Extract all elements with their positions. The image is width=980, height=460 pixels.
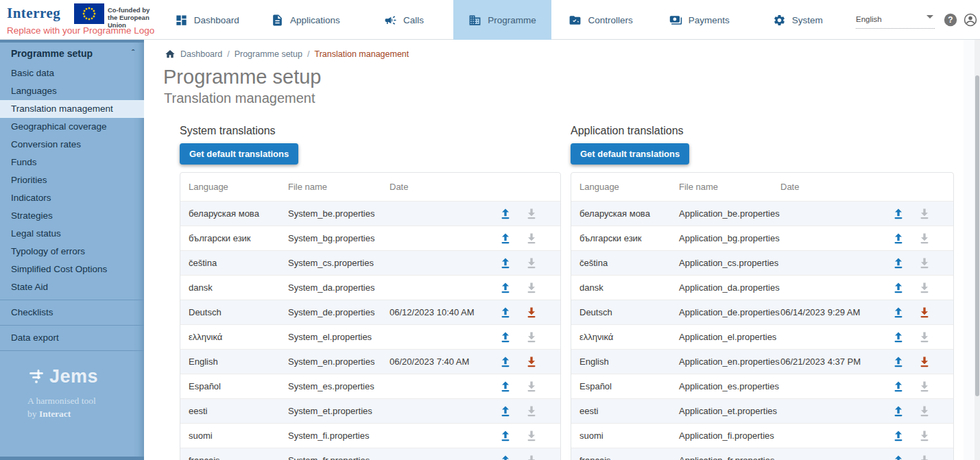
- page-subtitle: Translation management: [164, 90, 980, 106]
- download-button[interactable]: [916, 206, 933, 222]
- upload-button[interactable]: [890, 304, 907, 321]
- nav-label: Programme: [488, 15, 536, 25]
- language-select[interactable]: English: [856, 12, 935, 29]
- upload-button[interactable]: [890, 255, 907, 271]
- upload-button[interactable]: [890, 230, 907, 247]
- sidebar-item-legal-status[interactable]: Legal status: [0, 225, 144, 243]
- upload-button[interactable]: [890, 378, 907, 395]
- nav-tab-dashboard[interactable]: Dashboard: [158, 0, 256, 40]
- download-button[interactable]: [523, 304, 540, 321]
- upload-icon: [892, 232, 905, 245]
- upload-icon: [499, 207, 512, 221]
- language-cell: English: [189, 356, 288, 367]
- download-button[interactable]: [916, 280, 933, 296]
- sidebar-section-programme-setup[interactable]: Programme setup ˆ: [0, 40, 144, 64]
- vertical-scrollbar[interactable]: [975, 40, 980, 460]
- download-button[interactable]: [523, 255, 540, 271]
- upload-button[interactable]: [497, 206, 514, 222]
- sidebar-item-basic-data[interactable]: Basic data: [0, 64, 144, 82]
- upload-button[interactable]: [890, 354, 907, 370]
- download-button[interactable]: [916, 354, 933, 370]
- download-button[interactable]: [523, 354, 540, 370]
- download-button[interactable]: [523, 428, 540, 444]
- get-default-translations-button[interactable]: Get default translations: [571, 143, 689, 165]
- sidebar-item-checklists[interactable]: Checklists: [0, 304, 144, 322]
- breadcrumb-dashboard[interactable]: Dashboard: [180, 49, 222, 59]
- sidebar-item-data-export[interactable]: Data export: [0, 329, 144, 347]
- upload-button[interactable]: [497, 255, 514, 271]
- download-button[interactable]: [916, 378, 933, 395]
- upload-button[interactable]: [497, 403, 514, 420]
- download-button[interactable]: [523, 206, 540, 222]
- dashboard-icon: [175, 14, 188, 27]
- language-cell: eesti: [579, 406, 679, 416]
- get-default-translations-button[interactable]: Get default translations: [180, 143, 298, 165]
- upload-button[interactable]: [497, 329, 514, 346]
- sidebar-item-languages[interactable]: Languages: [0, 82, 144, 100]
- sidebar-item-indicators[interactable]: Indicators: [0, 189, 144, 207]
- file-name-cell: System_en.properties: [288, 356, 390, 367]
- upload-button[interactable]: [890, 280, 907, 296]
- sidebar-item-simplified-cost-options[interactable]: Simplified Cost Options: [0, 261, 144, 278]
- scrollbar-thumb[interactable]: [975, 75, 979, 396]
- upload-button[interactable]: [497, 354, 514, 370]
- table-row: dansk System_da.properties: [180, 275, 560, 300]
- sidebar-item-strategies[interactable]: Strategies: [0, 207, 144, 225]
- sidebar-item-typology-of-errors[interactable]: Typology of errors: [0, 243, 144, 261]
- sidebar-item-priorities[interactable]: Priorities: [0, 171, 144, 189]
- sidebar-item-funds[interactable]: Funds: [0, 154, 144, 171]
- calls-icon: [384, 14, 397, 27]
- download-button[interactable]: [916, 230, 933, 247]
- download-button[interactable]: [523, 403, 540, 420]
- download-button[interactable]: [523, 230, 540, 247]
- page-title: Programme setup: [163, 66, 980, 88]
- table-row: беларуская мова Application_be.propertie…: [571, 201, 953, 226]
- download-button[interactable]: [523, 452, 540, 460]
- language-cell: беларуская мова: [579, 208, 679, 219]
- download-icon: [918, 306, 931, 319]
- language-cell: dansk: [189, 282, 288, 293]
- account-button[interactable]: [963, 12, 978, 27]
- upload-button[interactable]: [890, 206, 907, 222]
- sidebar-item-state-aid[interactable]: State Aid: [0, 278, 144, 296]
- date-cell: 06/21/2023 4:37 PM: [780, 356, 883, 367]
- download-button[interactable]: [523, 329, 540, 346]
- sidebar-item-conversion-rates[interactable]: Conversion rates: [0, 136, 144, 154]
- upload-button[interactable]: [497, 452, 514, 460]
- home-icon[interactable]: [165, 49, 176, 60]
- download-button[interactable]: [523, 280, 540, 296]
- upload-button[interactable]: [497, 280, 514, 296]
- nav-tab-calls[interactable]: Calls: [355, 0, 453, 40]
- nav-tab-payments[interactable]: Payments: [650, 0, 749, 40]
- download-button[interactable]: [916, 403, 933, 420]
- upload-button[interactable]: [890, 403, 907, 420]
- download-button[interactable]: [916, 304, 933, 321]
- upload-icon: [499, 256, 512, 270]
- upload-button[interactable]: [497, 378, 514, 395]
- help-button[interactable]: ?: [943, 12, 958, 27]
- download-button[interactable]: [916, 452, 933, 460]
- language-cell: suomi: [189, 431, 288, 441]
- language-cell: čeština: [189, 258, 288, 268]
- download-button[interactable]: [523, 378, 540, 395]
- download-button[interactable]: [916, 255, 933, 271]
- upload-button[interactable]: [497, 230, 514, 247]
- nav-tab-programme[interactable]: Programme: [453, 0, 552, 40]
- nav-tab-applications[interactable]: Applications: [256, 0, 355, 40]
- upload-button[interactable]: [890, 452, 907, 460]
- upload-button[interactable]: [890, 428, 907, 444]
- upload-button[interactable]: [497, 428, 514, 444]
- sidebar-item-geographical-coverage[interactable]: Geographical coverage: [0, 118, 144, 136]
- breadcrumb-programme-setup[interactable]: Programme setup: [235, 49, 302, 59]
- nav-tab-system[interactable]: System: [748, 0, 847, 40]
- upload-button[interactable]: [890, 329, 907, 346]
- sidebar-item-translation-management[interactable]: Translation management: [0, 100, 144, 118]
- upload-icon: [892, 380, 905, 394]
- language-select-value: English: [856, 15, 882, 23]
- download-button[interactable]: [916, 428, 933, 444]
- download-button[interactable]: [916, 329, 933, 346]
- nav-tab-controllers[interactable]: Controllers: [551, 0, 650, 40]
- upload-icon: [892, 454, 905, 460]
- download-icon: [918, 232, 931, 245]
- upload-button[interactable]: [497, 304, 514, 321]
